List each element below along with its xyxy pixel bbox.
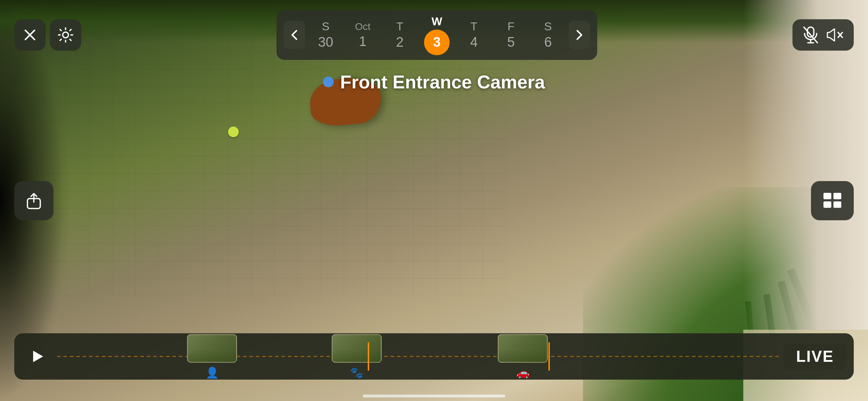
close-button[interactable] [14,19,46,51]
svg-rect-11 [833,193,841,199]
grid-icon [822,191,843,210]
svg-point-2 [63,32,68,38]
timeline-marker-2 [548,342,550,371]
day-number: 2 [396,35,403,50]
svg-rect-13 [833,201,841,208]
calendar-days: S 30 Oct 1 T 2 W 3 T 4 [308,15,566,55]
top-controls: S 30 Oct 1 T 2 W 3 T 4 [14,10,854,60]
calendar-bar: S 30 Oct 1 T 2 W 3 T 4 [277,10,597,60]
day-number: 30 [318,35,333,50]
chevron-left-icon [289,29,299,41]
svg-rect-3 [807,27,814,37]
close-icon [22,27,37,42]
camera-name: Front Entrance Camera [340,71,545,93]
pet-icon: 🐾 [350,366,363,379]
calendar-day-5[interactable]: F 5 [493,20,529,50]
home-indicator [363,395,505,397]
svg-line-0 [25,30,35,40]
tennis-ball [228,127,239,137]
svg-line-7 [838,32,842,37]
mic-volume-button[interactable] [792,19,854,51]
calendar-prev-button[interactable] [284,21,305,49]
calendar-day-2[interactable]: T 2 [382,20,418,50]
mic-off-icon [802,26,819,44]
right-controls [792,19,854,51]
calendar-day-6[interactable]: S 6 [530,20,566,50]
grid-view-button[interactable] [811,181,854,220]
camera-label: Front Entrance Camera [323,71,545,93]
vehicle-icon: 🚗 [516,366,529,379]
day-letter: S [544,20,552,33]
svg-rect-9 [27,199,40,209]
day-number-active: 3 [424,30,450,55]
calendar-day-3[interactable]: W 3 [419,15,455,55]
svg-line-6 [804,27,817,43]
day-number: 6 [544,35,552,50]
event-pet[interactable]: 🐾 [332,334,382,379]
share-button[interactable] [14,181,53,220]
day-letter: T [396,20,403,33]
left-controls [14,19,81,51]
day-number: 5 [507,35,515,50]
svg-line-1 [25,30,35,40]
timeline-line [57,356,780,357]
event-thumbnail-pet [332,334,382,363]
event-person[interactable]: 👤 [187,334,237,379]
person-icon: 👤 [206,366,219,379]
play-button[interactable] [21,340,53,372]
svg-rect-12 [823,201,831,208]
day-letter: W [432,15,442,28]
camera-status-dot [323,77,334,87]
timeline-marker-1 [368,342,369,371]
settings-button[interactable] [50,19,81,51]
play-icon [30,349,45,364]
chevron-right-icon [574,29,584,41]
calendar-day-4[interactable]: T 4 [456,20,492,50]
day-number: 4 [470,35,477,50]
month-label: Oct [355,21,371,32]
gear-icon [57,26,74,43]
event-thumbnail-person [187,334,237,363]
volume-off-icon [826,27,844,43]
share-icon [25,191,43,211]
calendar-day-1[interactable]: Oct 1 [345,21,381,49]
event-vehicle[interactable]: 🚗 [498,334,548,379]
svg-line-8 [838,32,842,37]
timeline-bar: 👤 🐾 🚗 LIVE [14,333,854,380]
paver-texture [43,29,506,296]
day-letter: S [322,20,329,33]
day-letter: T [470,20,477,33]
timeline-track[interactable]: 👤 🐾 🚗 [57,342,780,371]
event-thumbnail-vehicle [498,334,548,363]
calendar-next-button[interactable] [569,21,590,49]
day-letter: F [507,20,515,33]
calendar-day-30[interactable]: S 30 [308,20,343,50]
live-button[interactable]: LIVE [783,343,847,370]
day-number: 1 [359,34,366,49]
svg-rect-10 [823,193,831,199]
